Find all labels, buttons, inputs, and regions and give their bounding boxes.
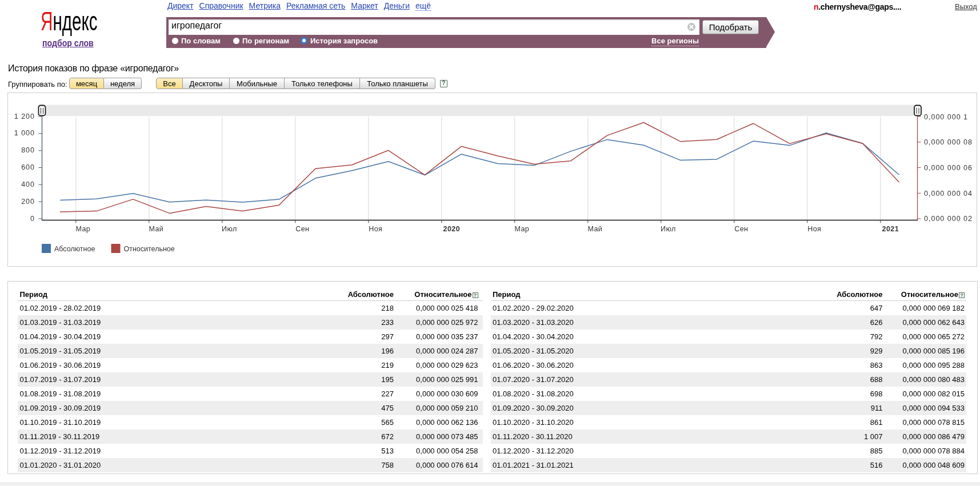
svg-text:600: 600 <box>21 163 35 171</box>
svg-text:800: 800 <box>21 146 35 154</box>
svg-text:Ноя: Ноя <box>807 225 821 233</box>
svg-text:0,000 000 08: 0,000 000 08 <box>924 138 973 146</box>
svg-text:0,000 000 04: 0,000 000 04 <box>924 190 973 198</box>
svg-text:Абсолютное: Абсолютное <box>54 245 95 253</box>
svg-text:1 200: 1 200 <box>14 113 35 121</box>
svg-text:Май: Май <box>587 225 602 233</box>
svg-text:Июл: Июл <box>661 225 676 233</box>
svg-text:0,000 000 1: 0,000 000 1 <box>924 113 968 121</box>
svg-text:Сен: Сен <box>734 225 748 233</box>
svg-text:0,000 000 06: 0,000 000 06 <box>924 164 973 172</box>
svg-text:2020: 2020 <box>443 225 460 233</box>
svg-text:200: 200 <box>21 198 35 206</box>
svg-text:Относительное: Относительное <box>124 245 175 253</box>
svg-text:Мар: Мар <box>514 225 529 233</box>
svg-text:400: 400 <box>21 180 35 188</box>
svg-text:Сен: Сен <box>295 225 309 233</box>
svg-text:Ноя: Ноя <box>369 225 382 233</box>
svg-text:0: 0 <box>30 215 35 223</box>
svg-text:0,000 000 02: 0,000 000 02 <box>924 215 973 223</box>
svg-text:Июл: Июл <box>222 225 237 233</box>
svg-text:2021: 2021 <box>882 225 899 233</box>
svg-text:Май: Май <box>149 225 163 233</box>
svg-text:1 000: 1 000 <box>14 129 35 137</box>
svg-text:Мар: Мар <box>75 225 90 233</box>
